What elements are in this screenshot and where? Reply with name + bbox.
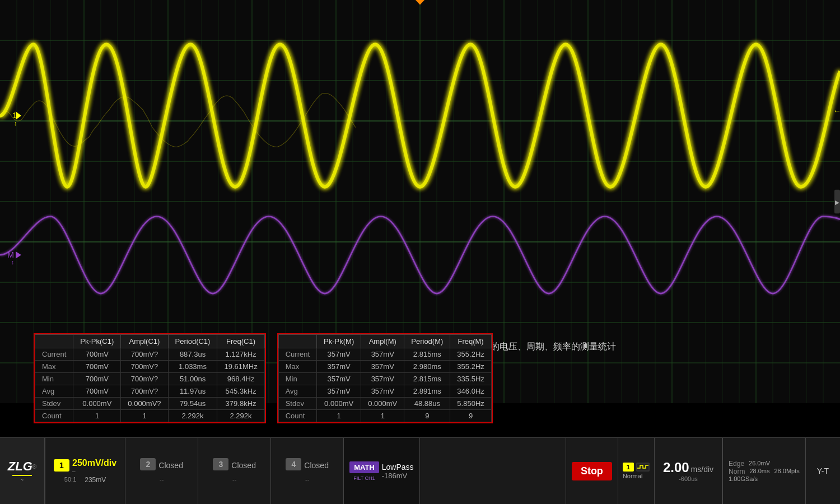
c1-freq-4: 379.8kHz bbox=[217, 398, 264, 410]
table-row: Count 1 1 2.292k 2.292k bbox=[35, 410, 265, 422]
svg-text:↕: ↕ bbox=[11, 259, 14, 265]
m-period-1: 2.980ms bbox=[404, 361, 450, 373]
m-row-label-2: Min bbox=[278, 373, 316, 385]
svg-text:↕: ↕ bbox=[14, 120, 17, 127]
stats-area: Pk-Pk(C1) Ampl(C1) Period(C1) Freq(C1) C… bbox=[34, 330, 840, 426]
c1-row-label-4: Stdev bbox=[35, 398, 73, 410]
table-row: Count 1 1 9 9 bbox=[278, 410, 491, 422]
control-bar: ZLG ® ~ 1 250mV/div – 50:1 235mV 2 Close… bbox=[0, 437, 840, 504]
c1-row-label-1: Max bbox=[35, 361, 73, 373]
table-row: Min 700mV 700mV? 51.00ns 968.4Hz bbox=[35, 373, 265, 385]
ch2-section[interactable]: 2 Closed -- bbox=[125, 438, 198, 504]
table-row: Max 357mV 357mV 2.980ms 355.2Hz bbox=[278, 361, 491, 373]
m-freq-0: 355.2Hz bbox=[450, 348, 491, 361]
run-stop-section[interactable]: Stop bbox=[566, 438, 618, 504]
table-m-header-freq: Freq(M) bbox=[450, 335, 491, 348]
c1-freq-5: 2.292k bbox=[217, 410, 264, 422]
c1-row-label-0: Current bbox=[35, 348, 73, 361]
c1-pkpk-5: 1 bbox=[73, 410, 121, 422]
svg-text:M: M bbox=[7, 250, 14, 259]
ch2-sub: -- bbox=[160, 476, 164, 483]
ch3-section[interactable]: 3 Closed -- bbox=[198, 438, 271, 504]
table-m-header-pkpk: Pk-Pk(M) bbox=[317, 335, 361, 348]
m-freq-4: 5.850Hz bbox=[450, 398, 491, 410]
c1-ampl-4: 0.000mV? bbox=[121, 398, 168, 410]
ch1-badge: 1 bbox=[54, 459, 69, 472]
timebase-unit: ms/div bbox=[691, 465, 713, 474]
c1-period-3: 11.97us bbox=[168, 385, 217, 398]
c1-pkpk-4: 0.000mV bbox=[73, 398, 121, 410]
table-row: Current 700mV 700mV? 887.3us 1.127kHz bbox=[35, 348, 265, 361]
c1-pkpk-2: 700mV bbox=[73, 373, 121, 385]
c1-freq-0: 1.127kHz bbox=[217, 348, 264, 361]
m-period-5: 9 bbox=[404, 410, 450, 422]
math-type: LowPass bbox=[382, 463, 414, 472]
table-row: Avg 700mV 700mV? 11.97us 545.3kHz bbox=[35, 385, 265, 398]
table-c1-header-period: Period(C1) bbox=[168, 335, 217, 348]
table-row: Stdev 0.000mV 0.000mV? 79.54us 379.8kHz bbox=[35, 398, 265, 410]
table-c1-header-freq: Freq(C1) bbox=[217, 335, 264, 348]
table-m-row-label-header bbox=[278, 335, 316, 348]
svg-text:←T: ←T bbox=[833, 106, 840, 115]
trigger-norm-label: Norm bbox=[729, 468, 745, 475]
ch1-ratio: 50:1 bbox=[64, 476, 76, 484]
table-row: Avg 357mV 357mV 2.891ms 346.0Hz bbox=[278, 385, 491, 398]
ch3-badge: 3 bbox=[213, 458, 228, 470]
ch1-indicator-section: 1 Normal bbox=[618, 438, 655, 504]
yt-label: Y-T bbox=[811, 466, 834, 475]
c1-period-5: 2.292k bbox=[168, 410, 217, 422]
table-row: Min 357mV 357mV 2.815ms 335.5Hz bbox=[278, 373, 491, 385]
ch3-sub: -- bbox=[232, 476, 236, 483]
c1-ampl-1: 700mV? bbox=[121, 361, 168, 373]
svg-text:▶: ▶ bbox=[835, 199, 839, 206]
stop-button[interactable]: Stop bbox=[572, 462, 612, 480]
m-ampl-2: 357mV bbox=[361, 373, 404, 385]
timebase-offset: -600us bbox=[679, 475, 698, 482]
m-row-label-3: Avg bbox=[278, 385, 316, 398]
ch1-indicator: 1 bbox=[623, 463, 634, 472]
logo-sub: ~ bbox=[21, 477, 24, 483]
c1-ampl-0: 700mV? bbox=[121, 348, 168, 361]
math-filter-label: FILT CH1 bbox=[353, 475, 375, 481]
yt-section: Y-T bbox=[805, 438, 840, 504]
trigger-level: 26.0mV bbox=[749, 460, 770, 468]
ch1-section[interactable]: 1 250mV/div – 50:1 235mV bbox=[45, 438, 125, 504]
ch4-section[interactable]: 4 Closed -- bbox=[271, 438, 344, 504]
ch1-scale: 250mV/div bbox=[72, 458, 116, 468]
table-row: Stdev 0.000mV 0.000mV 48.88us 5.850Hz bbox=[278, 398, 491, 410]
math-badge: MATH bbox=[349, 461, 379, 473]
ch1-icon bbox=[636, 463, 650, 472]
svg-marker-62 bbox=[16, 251, 21, 259]
ch3-status: Closed bbox=[231, 461, 256, 470]
m-period-4: 48.88us bbox=[404, 398, 450, 410]
ch1-divider: – bbox=[72, 468, 76, 474]
trigger-pos: 28.0ms bbox=[749, 468, 769, 475]
c1-pkpk-1: 700mV bbox=[73, 361, 121, 373]
ch2-status: Closed bbox=[158, 461, 183, 470]
table-m: Pk-Pk(M) Ampl(M) Period(M) Freq(M) Curre… bbox=[277, 333, 493, 423]
table-row: Current 357mV 357mV 2.815ms 355.2Hz bbox=[278, 348, 491, 361]
ch4-badge: 4 bbox=[286, 458, 301, 470]
timebase-section[interactable]: 2.00 ms/div -600us bbox=[655, 438, 722, 504]
m-ampl-4: 0.000mV bbox=[361, 398, 404, 410]
m-pkpk-3: 357mV bbox=[317, 385, 361, 398]
trigger-type-label: Edge bbox=[729, 460, 744, 468]
c1-ampl-3: 700mV? bbox=[121, 385, 168, 398]
c1-freq-3: 545.3kHz bbox=[217, 385, 264, 398]
c1-freq-1: 19.61MHz bbox=[217, 361, 264, 373]
c1-row-label-3: Avg bbox=[35, 385, 73, 398]
c1-ampl-2: 700mV? bbox=[121, 373, 168, 385]
c1-row-label-5: Count bbox=[35, 410, 73, 422]
ch4-status: Closed bbox=[304, 461, 329, 470]
m-row-label-1: Max bbox=[278, 361, 316, 373]
m-freq-1: 355.2Hz bbox=[450, 361, 491, 373]
m-pkpk-5: 1 bbox=[317, 410, 361, 422]
m-row-label-5: Count bbox=[278, 410, 316, 422]
m-row-label-0: Current bbox=[278, 348, 316, 361]
m-period-3: 2.891ms bbox=[404, 385, 450, 398]
ch4-sub: -- bbox=[305, 476, 309, 483]
m-pkpk-2: 357mV bbox=[317, 373, 361, 385]
m-period-0: 2.815ms bbox=[404, 348, 450, 361]
c1-pkpk-3: 700mV bbox=[73, 385, 121, 398]
math-section[interactable]: MATH FILT CH1 LowPass -186mV bbox=[344, 438, 419, 504]
